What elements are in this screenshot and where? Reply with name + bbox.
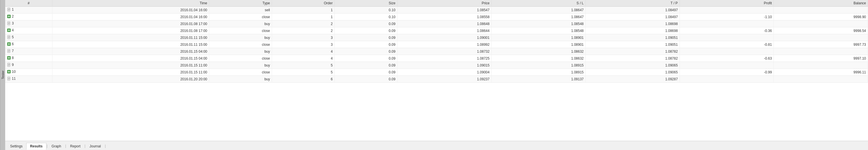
- col-header-price: Price: [397, 0, 492, 7]
- tab-results[interactable]: Results: [26, 143, 46, 150]
- cell-num-2: 3: [5, 21, 52, 27]
- row-num-text: 1: [12, 7, 14, 11]
- cell-type-4: buy: [209, 34, 272, 41]
- cell-time-6: 2016.01.15 04:00: [52, 48, 209, 55]
- cell-price-5: 1.08992: [397, 41, 492, 48]
- cell-type-3: close: [209, 27, 272, 34]
- tester-panel-label: Tester: [0, 0, 5, 150]
- cell-time-7: 2016.01.15 04:00: [52, 55, 209, 62]
- row-num-text: 3: [12, 21, 14, 25]
- cell-time-10: 2016.01.20 20:00: [52, 76, 209, 83]
- cell-balance-8: [774, 62, 868, 69]
- cell-tp-3: 1.08698: [586, 27, 680, 34]
- tab-journal[interactable]: Journal: [86, 143, 104, 149]
- table-row: 102016.01.15 11:00close50.091.090041.089…: [5, 69, 868, 76]
- table-row: 92016.01.15 11:00buy50.091.090151.089151…: [5, 62, 868, 69]
- table-row: 32016.01.08 17:00buy20.091.086481.085481…: [5, 21, 868, 27]
- cell-balance-5: 9997.73: [774, 41, 868, 48]
- cell-num-9: 10: [5, 69, 52, 76]
- row-num-text: 4: [12, 28, 14, 32]
- cell-type-0: sell: [209, 7, 272, 13]
- cell-tp-8: 1.09065: [586, 62, 680, 69]
- cell-profit-8: [680, 62, 774, 69]
- table-row: 52016.01.11 15:00buy30.091.090011.089011…: [5, 34, 868, 41]
- col-header-size: Size: [335, 0, 397, 7]
- table-body: 12016.01.04 16:00sell10.101.085471.08647…: [5, 7, 868, 83]
- row-num-text: 11: [12, 77, 16, 81]
- table-header-row: # Time Type Order Size Price S / L T / P…: [5, 0, 868, 7]
- cell-profit-5: -0.81: [680, 41, 774, 48]
- cell-price-3: 1.08644: [397, 27, 492, 34]
- cell-price-0: 1.08547: [397, 7, 492, 13]
- tab-sep-4: |: [104, 144, 106, 148]
- row-num-text: 8: [12, 56, 14, 60]
- cell-profit-10: [680, 76, 774, 83]
- tab-graph[interactable]: Graph: [48, 143, 65, 149]
- cell-time-8: 2016.01.15 11:00: [52, 62, 209, 69]
- cell-price-6: 1.08732: [397, 48, 492, 55]
- cell-order-5: 3: [272, 41, 335, 48]
- cell-profit-2: [680, 21, 774, 27]
- tab-report[interactable]: Report: [66, 143, 84, 149]
- cell-order-7: 4: [272, 55, 335, 62]
- results-table-container[interactable]: # Time Type Order Size Price S / L T / P…: [5, 0, 868, 141]
- col-header-balance: Balance: [774, 0, 868, 7]
- table-row: 22016.01.04 16:00close10.101.085581.0864…: [5, 13, 868, 21]
- cell-size-5: 0.09: [335, 41, 397, 48]
- close-icon: 8: [7, 56, 14, 60]
- cell-size-4: 0.09: [335, 34, 397, 41]
- cell-size-7: 0.09: [335, 55, 397, 62]
- cell-time-2: 2016.01.08 17:00: [52, 21, 209, 27]
- cell-size-8: 0.09: [335, 62, 397, 69]
- cell-balance-7: 9997.10: [774, 55, 868, 62]
- cell-time-9: 2016.01.15 11:00: [52, 69, 209, 76]
- cell-order-9: 5: [272, 69, 335, 76]
- doc-icon: 11: [7, 77, 16, 81]
- row-num-text: 7: [12, 49, 14, 53]
- col-header-num: #: [5, 0, 52, 7]
- close-icon: 6: [7, 42, 14, 46]
- cell-size-9: 0.09: [335, 69, 397, 76]
- cell-balance-10: [774, 76, 868, 83]
- tab-settings[interactable]: Settings: [6, 143, 26, 149]
- cell-time-4: 2016.01.11 15:00: [52, 34, 209, 41]
- doc-icon: 1: [7, 7, 14, 11]
- cell-time-1: 2016.01.04 16:00: [52, 13, 209, 21]
- close-icon: 10: [7, 70, 16, 74]
- cell-profit-1: -1.10: [680, 13, 774, 21]
- cell-sl-2: 1.08548: [491, 21, 586, 27]
- cell-price-8: 1.09015: [397, 62, 492, 69]
- cell-num-8: 9: [5, 62, 52, 69]
- row-num-text: 10: [12, 70, 16, 74]
- doc-icon: 9: [7, 63, 14, 67]
- cell-type-1: close: [209, 13, 272, 21]
- cell-num-3: 4: [5, 27, 52, 34]
- cell-type-10: buy: [209, 76, 272, 83]
- results-table: # Time Type Order Size Price S / L T / P…: [5, 0, 868, 83]
- col-header-order: Order: [272, 0, 335, 7]
- cell-sl-10: 1.09137: [491, 76, 586, 83]
- main-container: Tester # Time Type Order Size Price S / …: [0, 0, 868, 150]
- doc-icon: 5: [7, 35, 14, 39]
- cell-type-8: buy: [209, 62, 272, 69]
- cell-sl-4: 1.08901: [491, 34, 586, 41]
- cell-size-6: 0.09: [335, 48, 397, 55]
- cell-sl-8: 1.08915: [491, 62, 586, 69]
- cell-tp-4: 1.09051: [586, 34, 680, 41]
- cell-type-2: buy: [209, 21, 272, 27]
- cell-size-2: 0.09: [335, 21, 397, 27]
- cell-order-0: 1: [272, 7, 335, 13]
- tab-bar: Settings Results | Graph | Report | Jour…: [5, 141, 868, 150]
- cell-sl-6: 1.08632: [491, 48, 586, 55]
- cell-balance-6: [774, 48, 868, 55]
- table-row: 12016.01.04 16:00sell10.101.085471.08647…: [5, 7, 868, 13]
- cell-price-10: 1.09237: [397, 76, 492, 83]
- cell-num-4: 5: [5, 34, 52, 41]
- cell-tp-0: 1.08497: [586, 7, 680, 13]
- cell-tp-6: 1.08782: [586, 48, 680, 55]
- cell-size-1: 0.10: [335, 13, 397, 21]
- table-row: 112016.01.20 20:00buy60.091.092371.09137…: [5, 76, 868, 83]
- row-num-text: 9: [12, 63, 14, 67]
- cell-type-7: close: [209, 55, 272, 62]
- cell-sl-3: 1.08548: [491, 27, 586, 34]
